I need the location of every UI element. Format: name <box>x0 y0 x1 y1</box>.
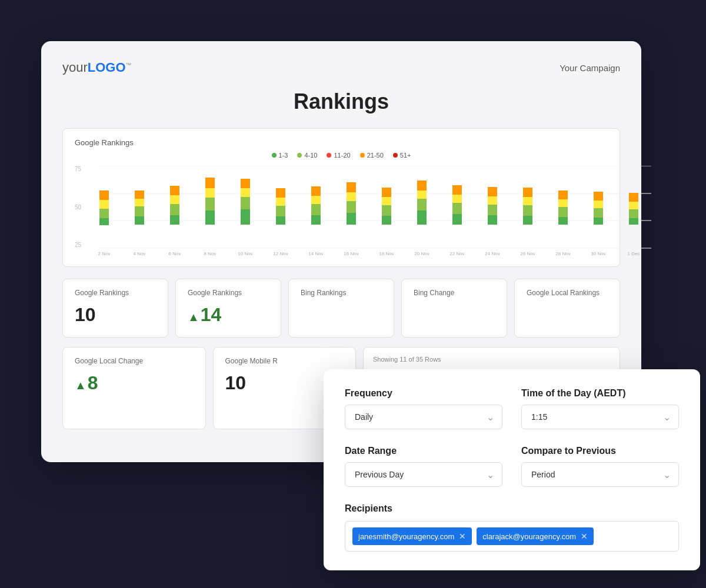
svg-text:10 Nov: 10 Nov <box>238 251 252 256</box>
svg-rect-66 <box>523 197 532 205</box>
campaign-label: Your Campaign <box>560 63 620 73</box>
svg-rect-51 <box>417 191 427 199</box>
svg-rect-77 <box>594 192 603 201</box>
recipient-email-1: janesmith@youragency.com <box>358 532 454 541</box>
modal-row-1: Frequency Daily Weekly Monthly Time of t… <box>345 388 679 429</box>
svg-text:24 Nov: 24 Nov <box>485 251 499 256</box>
svg-rect-19 <box>205 211 215 225</box>
google-rankings-chart: Google Rankings 1-3 4-10 11-20 21-50 <box>62 128 620 267</box>
svg-rect-9 <box>135 216 144 225</box>
svg-rect-54 <box>452 214 462 225</box>
compare-select[interactable]: Period Week Month <box>521 462 679 487</box>
remove-recipient-2-button[interactable]: ✕ <box>581 532 588 540</box>
metric-card-google-rankings-1: Google Rankings 10 <box>62 279 168 338</box>
recipient-tag-1: janesmith@youragency.com ✕ <box>352 527 472 545</box>
svg-rect-4 <box>99 218 109 225</box>
svg-rect-67 <box>523 188 532 197</box>
svg-rect-6 <box>99 200 109 209</box>
svg-text:28 Nov: 28 Nov <box>555 251 570 256</box>
metric-card-google-local-change: Google Local Change ▲8 <box>62 347 206 429</box>
svg-rect-5 <box>99 209 109 218</box>
recipients-area[interactable]: janesmith@youragency.com ✕ clarajack@you… <box>345 521 679 552</box>
svg-rect-40 <box>347 201 356 213</box>
page-title: Rankings <box>62 89 620 114</box>
y-label-25: 25 <box>75 242 81 248</box>
svg-text:8 Nov: 8 Nov <box>204 251 217 256</box>
svg-rect-72 <box>558 191 568 199</box>
local-change-arrow-icon: ▲ <box>75 379 86 392</box>
chart-legend: 1-3 4-10 11-20 21-50 51+ <box>75 152 608 159</box>
metric-value-google-local-change: ▲8 <box>75 372 194 394</box>
frequency-select-wrapper[interactable]: Daily Weekly Monthly <box>345 405 502 429</box>
svg-rect-24 <box>241 209 250 225</box>
svg-rect-74 <box>594 218 603 225</box>
frequency-field: Frequency Daily Weekly Monthly <box>345 388 502 429</box>
legend-1-3: 1-3 <box>272 152 288 159</box>
time-field: Time of the Day (AEDT) 1:15 2:00 3:00 6:… <box>521 388 679 429</box>
svg-rect-29 <box>276 216 285 225</box>
svg-rect-26 <box>241 188 250 197</box>
svg-text:2 Nov: 2 Nov <box>98 251 110 256</box>
chart-title: Google Rankings <box>75 138 608 147</box>
svg-rect-30 <box>276 206 285 216</box>
svg-rect-46 <box>382 197 391 205</box>
svg-rect-37 <box>311 186 321 196</box>
logo: yourLOGO™ <box>62 60 132 75</box>
svg-rect-25 <box>241 197 250 209</box>
metric-card-google-rankings-2: Google Rankings ▲14 <box>175 279 281 338</box>
compare-select-wrapper[interactable]: Period Week Month <box>521 462 679 487</box>
logo-light: your <box>62 60 88 75</box>
svg-rect-22 <box>205 178 215 188</box>
svg-text:1 Dec: 1 Dec <box>628 251 640 256</box>
header: yourLOGO™ Your Campaign <box>62 60 620 75</box>
legend-21-50: 21-50 <box>360 152 384 159</box>
svg-text:22 Nov: 22 Nov <box>449 251 464 256</box>
date-range-select[interactable]: Previous Day Last 7 Days Last 30 Days Cu… <box>345 462 502 487</box>
svg-rect-64 <box>523 216 532 225</box>
svg-rect-65 <box>523 205 532 216</box>
svg-text:16 Nov: 16 Nov <box>344 251 358 256</box>
bar-chart-svg: 2 Nov 4 Nov 6 Nov <box>98 166 651 257</box>
logo-bold: LOGO <box>88 60 126 75</box>
time-label: Time of the Day (AEDT) <box>521 388 679 399</box>
svg-rect-14 <box>170 215 179 225</box>
remove-recipient-1-button[interactable]: ✕ <box>459 532 466 540</box>
svg-rect-20 <box>205 198 215 211</box>
svg-text:12 Nov: 12 Nov <box>273 251 288 256</box>
date-range-select-wrapper[interactable]: Previous Day Last 7 Days Last 30 Days Cu… <box>345 462 502 487</box>
metric-value-google-rankings-2: ▲14 <box>188 304 269 326</box>
svg-rect-31 <box>276 198 285 206</box>
legend-51plus: 51+ <box>393 152 411 159</box>
metric-cards-row-1: Google Rankings 10 Google Rankings ▲14 B… <box>62 279 620 338</box>
date-range-label: Date Range <box>345 446 502 456</box>
time-select[interactable]: 1:15 2:00 3:00 6:00 9:00 12:00 <box>521 405 679 429</box>
table-info: Showing 11 of 35 Rows <box>373 356 610 363</box>
svg-rect-81 <box>629 202 638 209</box>
svg-rect-35 <box>311 204 321 215</box>
svg-text:14 Nov: 14 Nov <box>308 251 323 256</box>
svg-rect-32 <box>276 188 285 198</box>
frequency-select[interactable]: Daily Weekly Monthly <box>345 405 502 429</box>
svg-rect-15 <box>170 204 179 215</box>
svg-rect-76 <box>594 201 603 208</box>
metric-title-bing-rankings: Bing Rankings <box>301 289 382 297</box>
schedule-modal: Frequency Daily Weekly Monthly Time of t… <box>324 369 700 570</box>
svg-rect-42 <box>347 182 356 192</box>
svg-text:26 Nov: 26 Nov <box>520 251 535 256</box>
svg-rect-79 <box>629 218 638 225</box>
svg-rect-7 <box>99 191 109 200</box>
svg-rect-57 <box>452 185 462 195</box>
time-select-wrapper[interactable]: 1:15 2:00 3:00 6:00 9:00 12:00 <box>521 405 679 429</box>
svg-rect-47 <box>382 188 391 197</box>
legend-11-20: 11-20 <box>327 152 350 159</box>
svg-rect-70 <box>558 207 568 217</box>
metric-title-bing-change: Bing Change <box>414 289 495 297</box>
svg-rect-62 <box>488 187 497 196</box>
recipient-tag-2: clarajack@youragency.com ✕ <box>477 527 594 545</box>
compare-field: Compare to Previous Period Week Month <box>521 446 679 487</box>
svg-rect-80 <box>629 209 638 218</box>
metric-card-bing-rankings: Bing Rankings <box>288 279 394 338</box>
svg-rect-60 <box>488 205 497 215</box>
svg-rect-61 <box>488 196 497 205</box>
svg-rect-59 <box>488 215 497 225</box>
